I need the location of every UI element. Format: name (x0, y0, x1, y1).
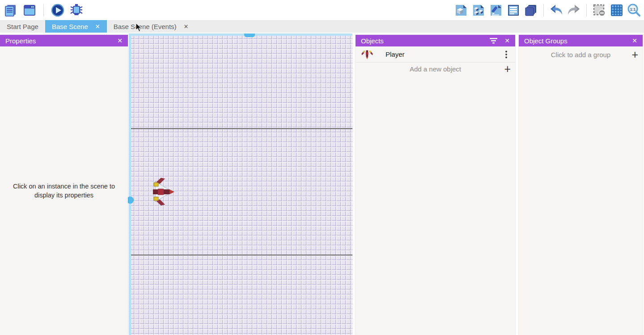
object-menu-icon[interactable] (501, 49, 512, 60)
layers-editor-icon[interactable] (524, 3, 538, 17)
tab-label: Base Scene (Events) (114, 23, 177, 30)
player-object-thumbnail (361, 49, 373, 60)
close-icon[interactable]: ✕ (95, 24, 100, 29)
grid-icon[interactable] (610, 3, 624, 17)
scene-canvas[interactable] (129, 34, 352, 335)
tab-base-scene[interactable]: Base Scene ✕ (45, 20, 107, 33)
properties-empty-message: Click on an instance in the scene to dis… (3, 182, 125, 200)
toolbar-separator (543, 4, 544, 17)
add-object-label: Add a new object (410, 65, 461, 73)
close-icon[interactable]: ✕ (184, 24, 189, 29)
object-groups-panel: Object Groups ✕ Click to add a group + (519, 35, 643, 335)
properties-panel: Properties ✕ Click on an instance in the… (0, 35, 128, 335)
properties-editor-icon[interactable] (489, 3, 503, 17)
window-mask-icon[interactable] (592, 3, 606, 17)
toolbar-separator (586, 4, 587, 17)
add-object-row[interactable]: Add a new object + (356, 63, 515, 75)
horizontal-scrollbar-track[interactable] (129, 34, 352, 36)
object-row-player[interactable]: Player (356, 46, 515, 63)
close-icon[interactable]: ✕ (632, 38, 637, 44)
properties-panel-header: Properties ✕ (0, 35, 128, 46)
panel-title: Object Groups (524, 37, 568, 45)
player-instance[interactable] (152, 177, 174, 206)
zoom-1-1-icon[interactable]: 1:1 (627, 3, 641, 17)
toolbar-separator (43, 4, 44, 17)
add-group-plus-icon[interactable]: + (631, 46, 638, 63)
tab-label: Start Page (7, 23, 38, 30)
editor-tabbar: Start Page Base Scene ✕ Base Scene (Even… (0, 20, 644, 33)
project-manager-icon[interactable] (4, 3, 18, 17)
properties-panel-body: Click on an instance in the scene to dis… (0, 46, 128, 335)
redo-icon[interactable] (567, 3, 581, 17)
tab-label: Base Scene (52, 23, 88, 30)
play-icon[interactable] (51, 3, 65, 17)
main-area: Properties ✕ Click on an instance in the… (0, 33, 644, 335)
objects-editor-icon[interactable] (454, 3, 468, 17)
objects-panel: Objects ✕ (356, 35, 515, 335)
panel-title: Objects (361, 37, 384, 45)
instances-list-icon[interactable] (506, 3, 521, 17)
add-group-label: Click to add a group (551, 51, 610, 59)
close-icon[interactable]: ✕ (504, 38, 510, 44)
filter-icon[interactable] (490, 38, 497, 44)
toolbar-right-group: 1:1 (454, 3, 644, 17)
game-window-border-top (129, 128, 352, 129)
horizontal-scrollbar-thumb[interactable] (244, 34, 255, 37)
main-toolbar: 1:1 (0, 0, 644, 20)
object-groups-editor-icon[interactable] (471, 3, 486, 17)
close-icon[interactable]: ✕ (117, 38, 123, 44)
object-groups-panel-header: Object Groups ✕ (519, 35, 643, 46)
debug-icon[interactable] (69, 3, 84, 17)
object-name: Player (386, 50, 405, 58)
svg-text:1:1: 1:1 (630, 7, 636, 11)
tab-base-scene-events[interactable]: Base Scene (Events) ✕ (107, 20, 195, 33)
undo-icon[interactable] (549, 3, 564, 17)
tab-start-page[interactable]: Start Page (0, 20, 45, 33)
toolbar-left-group (0, 3, 84, 17)
start-page-window-icon[interactable] (22, 3, 37, 17)
vertical-scrollbar-track[interactable] (129, 34, 131, 335)
objects-panel-header: Objects ✕ (356, 35, 515, 46)
add-group-row[interactable]: Click to add a group + (519, 46, 643, 63)
add-object-plus-icon[interactable]: + (504, 63, 511, 75)
game-window-border-bottom (129, 255, 352, 255)
panel-title: Properties (5, 37, 36, 45)
